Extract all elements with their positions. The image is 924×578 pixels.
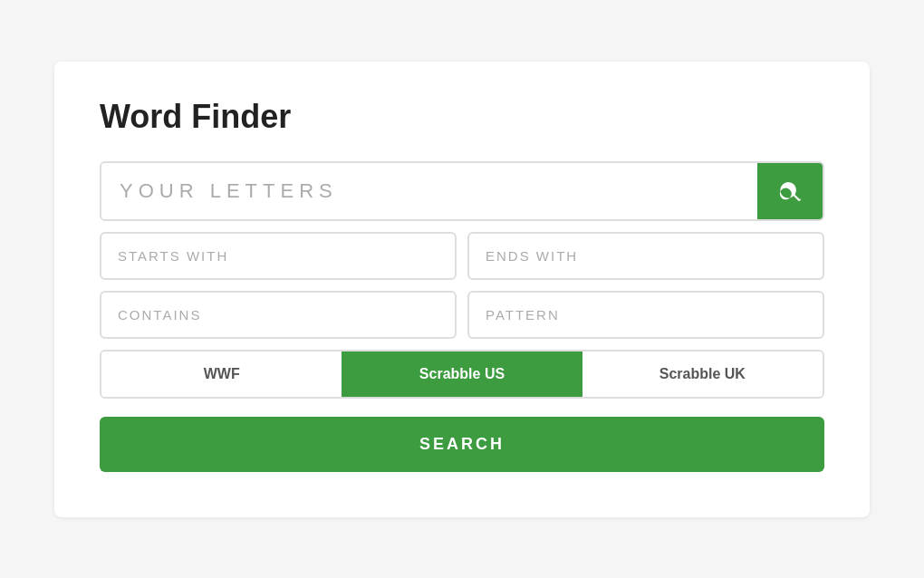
main-search-row: [100, 161, 824, 221]
pattern-input[interactable]: [467, 291, 824, 339]
game-selector: WWF Scrabble US Scrabble UK: [100, 350, 824, 399]
filter-row-1: [100, 232, 824, 280]
starts-with-input[interactable]: [100, 232, 457, 280]
filter-row-2: [100, 291, 824, 339]
page-title: Word Finder: [100, 98, 824, 136]
contains-input[interactable]: [100, 291, 457, 339]
game-option-wwf[interactable]: WWF: [101, 352, 342, 397]
big-search-button[interactable]: SEARCH: [100, 417, 824, 472]
search-icon-button[interactable]: [757, 163, 823, 219]
word-finder-card: Word Finder WWF Scrabble US Scrabble UK …: [54, 62, 870, 517]
game-option-scrabble-uk[interactable]: Scrabble UK: [582, 352, 823, 397]
letters-input[interactable]: [101, 163, 757, 219]
game-option-scrabble-us[interactable]: Scrabble US: [342, 352, 582, 397]
ends-with-input[interactable]: [467, 232, 824, 280]
search-icon: [777, 178, 803, 204]
